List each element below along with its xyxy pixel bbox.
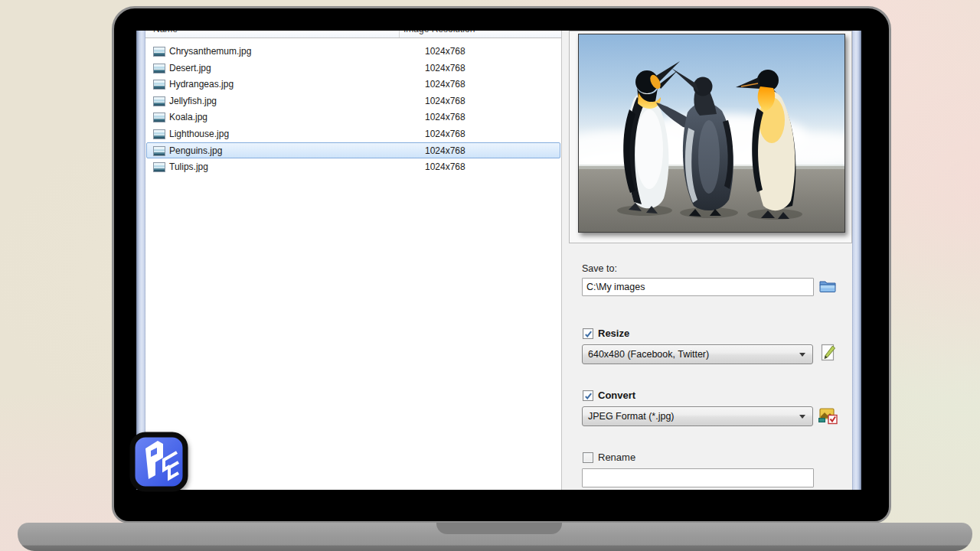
file-row[interactable]: Koala.jpg1024x768 [146,109,560,126]
convert-label: Convert [598,390,635,401]
resize-preset-value: 640x480 (Facebook, Twitter) [588,349,709,360]
file-list-rows: Chrysanthemum.jpg1024x768Desert.jpg1024x… [145,43,561,175]
file-resolution: 1024x768 [425,112,466,122]
laptop-hinge-notch [436,523,562,534]
check-icon [584,330,593,338]
file-name: Lighthouse.jpg [169,129,229,139]
penguins-illustration [579,34,844,232]
chevron-down-icon [799,415,805,419]
file-name: Hydrangeas.jpg [169,79,234,90]
rename-checkbox[interactable] [583,452,593,463]
file-row[interactable]: Penguins.jpg1024x768 [146,142,560,159]
column-divider [399,31,400,37]
edit-pencil-icon [821,343,837,363]
image-file-icon [153,129,165,139]
image-file-icon [153,96,165,106]
file-name: Penguins.jpg [169,145,222,156]
convert-format-dropdown[interactable]: JPEG Format (*.jpg) [582,406,813,426]
file-resolution: 1024x768 [425,129,466,139]
file-resolution: 1024x768 [425,79,466,90]
edit-resize-presets-button[interactable] [820,343,837,364]
app-logo [129,432,188,492]
file-resolution: 1024x768 [425,161,466,172]
convert-checkbox[interactable] [583,390,593,401]
window-edge-left [136,31,145,490]
rename-pattern-input[interactable] [582,468,814,487]
file-resolution: 1024x768 [425,145,466,156]
resize-preset-dropdown[interactable]: 640x480 (Facebook, Twitter) [582,344,813,364]
image-file-icon [153,80,165,90]
file-row[interactable]: Tulips.jpg1024x768 [146,158,560,175]
file-name: Tulips.jpg [169,161,208,172]
file-row[interactable]: Jellyfish.jpg1024x768 [146,93,560,109]
check-icon [584,392,593,400]
file-resolution: 1024x768 [425,63,466,73]
image-converter-window: Name Image Resolution Chrysanthemum.jpg1… [136,31,861,490]
file-name: Jellyfish.jpg [169,96,217,106]
file-row[interactable]: Hydrangeas.jpg1024x768 [146,76,560,93]
file-list-header: Name Image Resolution [145,31,561,38]
chevron-down-icon [799,353,805,357]
laptop-base [18,523,972,551]
save-to-label: Save to: [582,263,617,274]
image-file-icon [153,112,165,122]
column-header-name[interactable]: Name [153,31,178,34]
image-check-icon [818,406,838,425]
file-name: Chrysanthemum.jpg [169,46,251,57]
file-list-panel: Name Image Resolution Chrysanthemum.jpg1… [145,31,562,490]
column-header-resolution[interactable]: Image Resolution [403,31,475,34]
image-file-icon [153,146,165,156]
file-name: Koala.jpg [169,112,207,122]
file-resolution: 1024x768 [425,96,466,106]
file-name: Desert.jpg [169,63,211,73]
preview-panel [569,31,852,243]
image-file-icon [153,47,165,57]
rename-label: Rename [598,452,635,463]
file-resolution: 1024x768 [425,46,466,57]
save-to-input[interactable] [582,278,814,296]
screenshot-stage: Name Image Resolution Chrysanthemum.jpg1… [0,0,980,551]
file-row[interactable]: Lighthouse.jpg1024x768 [146,126,560,142]
folder-icon [819,279,836,293]
resize-label: Resize [598,328,629,339]
resize-checkbox[interactable] [583,328,593,339]
image-file-icon [153,64,165,73]
convert-settings-button[interactable] [818,406,838,425]
image-file-icon [153,162,165,172]
convert-format-value: JPEG Format (*.jpg) [588,411,675,422]
file-row[interactable]: Chrysanthemum.jpg1024x768 [146,43,560,60]
preview-image [578,34,845,233]
window-edge-right [852,31,861,490]
file-row[interactable]: Desert.jpg1024x768 [146,60,560,77]
browse-folder-button[interactable] [818,279,838,296]
